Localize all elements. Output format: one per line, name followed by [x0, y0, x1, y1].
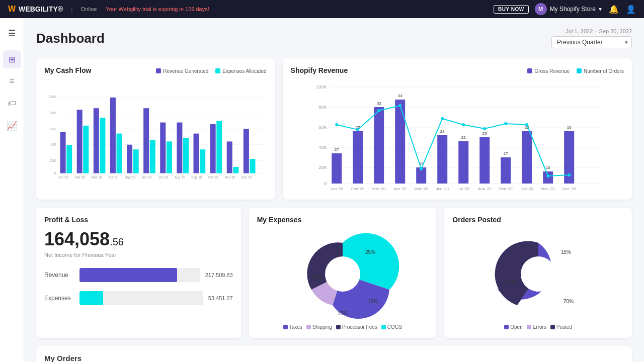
svg-rect-28	[193, 134, 199, 173]
shipping-dot	[306, 325, 311, 329]
sidebar-item-orders[interactable]: ≡	[3, 72, 21, 90]
legend-gross-label: Gross Revenue	[534, 68, 569, 74]
expenses-legend: Taxes Shipping Processor Fees COGS	[283, 324, 403, 330]
store-initial: M	[538, 6, 543, 12]
svg-rect-16	[94, 108, 99, 173]
legend-posted: Posted	[550, 324, 572, 330]
svg-rect-31	[216, 121, 222, 173]
svg-text:Nov '20: Nov '20	[224, 175, 235, 179]
svg-text:15%: 15%	[368, 299, 378, 304]
sidebar-hamburger[interactable]: ☰	[3, 24, 21, 42]
svg-text:Apr '20: Apr '20	[393, 187, 407, 190]
svg-rect-18	[110, 98, 116, 173]
svg-rect-63	[395, 100, 405, 184]
topbar-right: M My Shopify Store ▾ 🔔 👤	[535, 3, 636, 15]
pnl-expenses-row: Expenses 53,451.27	[44, 291, 233, 305]
sidebar-item-analytics[interactable]: 📈	[3, 117, 21, 135]
sidebar-item-dashboard[interactable]: ⊞	[3, 50, 21, 68]
pnl-expenses-value: 53,451.27	[208, 295, 233, 301]
buy-now-button[interactable]: BUY NOW	[494, 5, 529, 14]
logo-w-icon: W	[8, 5, 16, 14]
svg-text:34: 34	[397, 94, 402, 98]
svg-rect-69	[522, 131, 532, 184]
svg-text:Jul '20: Jul '20	[159, 175, 169, 179]
svg-point-87	[398, 104, 401, 107]
expenses-card: My Expenses	[249, 208, 437, 338]
svg-rect-22	[143, 108, 149, 173]
svg-point-92	[504, 122, 507, 125]
svg-point-108	[325, 256, 360, 292]
main-content: Dashboard Jul 1, 2022 – Sep 30, 2022 Pre…	[24, 18, 644, 362]
svg-text:Aug '20: Aug '20	[477, 187, 491, 190]
legend-cogs: COGS	[381, 324, 402, 330]
expenses-title: My Expenses	[257, 216, 429, 224]
shopify-card: Shopify Revenue Gross Revenue Number of …	[283, 58, 632, 200]
pnl-revenue-value: 217,509.83	[205, 272, 233, 278]
store-selector[interactable]: M My Shopify Store ▾	[535, 3, 602, 15]
user-icon[interactable]: 👤	[626, 5, 636, 14]
main-header: Dashboard Jul 1, 2022 – Sep 30, 2022 Pre…	[36, 28, 632, 48]
sidebar: ☰ ⊞ ≡ 🏷 📈	[0, 18, 24, 362]
svg-rect-17	[100, 118, 105, 173]
orders-card: Orders Posted 15%	[444, 208, 632, 338]
svg-text:Mar '20: Mar '20	[92, 175, 102, 179]
svg-rect-60	[332, 153, 342, 184]
shipping-label: Shipping	[312, 324, 332, 330]
svg-text:70%: 70%	[564, 299, 574, 304]
svg-text:Oct '20: Oct '20	[520, 187, 533, 190]
svg-text:15%: 15%	[338, 311, 348, 316]
svg-text:0: 0	[324, 181, 327, 186]
svg-text:15%: 15%	[506, 280, 516, 285]
legend-processor: Processor Fees	[336, 324, 377, 330]
store-avatar: M	[535, 3, 547, 15]
legend-taxes: Taxes	[283, 324, 302, 330]
svg-text:60K: 60K	[318, 125, 327, 130]
svg-point-84	[335, 123, 338, 126]
sidebar-item-products[interactable]: 🏷	[3, 95, 21, 113]
pnl-amount-container: 164,058.56	[44, 229, 233, 250]
date-range-section: Jul 1, 2022 – Sep 30, 2022 Previous Quar…	[551, 28, 632, 48]
logo-text: WEBGILITY®	[19, 5, 63, 13]
analytics-icon: 📈	[7, 121, 17, 131]
pnl-revenue-label: Revenue	[44, 272, 74, 279]
date-range-label: Jul 1, 2022 – Sep 30, 2022	[566, 28, 632, 34]
processor-label: Processor Fees	[342, 324, 377, 330]
cashflow-title: My Cash Flow	[44, 66, 91, 74]
my-orders-title: My Orders	[44, 354, 624, 362]
legend-revenue-dot	[156, 68, 161, 73]
svg-text:80K: 80K	[50, 111, 56, 115]
svg-text:Nov '20: Nov '20	[541, 187, 554, 190]
legend-revenue-label: Revenue Generated	[163, 68, 208, 74]
svg-rect-61	[353, 131, 363, 184]
svg-rect-30	[210, 124, 216, 173]
legend-revenue: Revenue Generated	[156, 68, 208, 74]
trial-text: Your Webgility trial is expiring in 159 …	[103, 6, 488, 12]
pnl-revenue-fill	[79, 268, 177, 282]
pnl-expenses-fill	[79, 291, 103, 305]
taxes-label: Taxes	[289, 324, 302, 330]
svg-rect-26	[177, 123, 182, 173]
pnl-revenue-row: Revenue 217,509.83	[44, 268, 233, 282]
topbar: W WEBGILITY® | Online Your Webgility tri…	[0, 0, 644, 18]
shopify-title: Shopify Revenue	[291, 66, 348, 74]
svg-text:22: 22	[461, 135, 465, 140]
pnl-amount-main: 164,058	[44, 229, 110, 249]
svg-text:60K: 60K	[50, 127, 56, 131]
open-label: Open	[510, 324, 522, 330]
svg-point-88	[420, 167, 423, 170]
svg-text:Feb '20: Feb '20	[75, 175, 86, 179]
orders-donut-container: 15% 15% 70% Open Errors	[452, 229, 624, 330]
processor-dot	[336, 325, 341, 329]
topbar-divider: |	[71, 6, 72, 13]
svg-text:Feb '20: Feb '20	[351, 187, 365, 190]
svg-text:Mar '20: Mar '20	[372, 187, 386, 190]
svg-text:25: 25	[482, 131, 487, 136]
products-icon: 🏷	[8, 99, 16, 109]
date-range-select-wrapper: Previous Quarter This Quarter Last Month…	[551, 36, 632, 48]
svg-text:20K: 20K	[50, 159, 56, 163]
date-range-select[interactable]: Previous Quarter This Quarter Last Month…	[551, 36, 632, 48]
layout: ☰ ⊞ ≡ 🏷 📈 Dashboard Jul 1, 2022 – Sep 30…	[0, 18, 644, 362]
bell-icon[interactable]: 🔔	[609, 5, 619, 14]
svg-text:Jul '20: Jul '20	[457, 187, 469, 190]
svg-text:100K: 100K	[316, 84, 327, 89]
